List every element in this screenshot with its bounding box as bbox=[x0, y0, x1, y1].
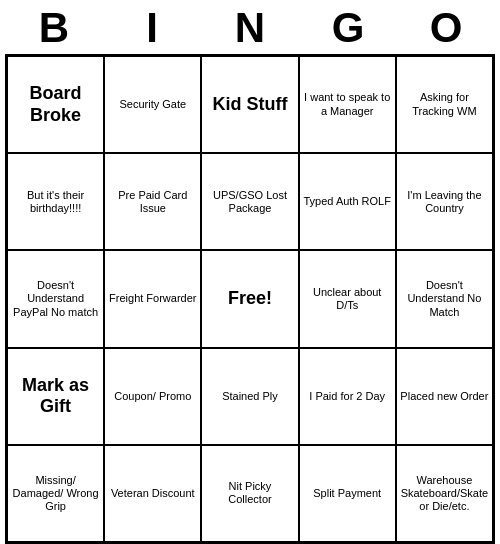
title-g: G bbox=[304, 4, 392, 52]
bingo-cell-19: Placed new Order bbox=[396, 348, 493, 445]
bingo-cell-18: I Paid for 2 Day bbox=[299, 348, 396, 445]
bingo-cell-22: Nit Picky Collector bbox=[201, 445, 298, 542]
bingo-title: B I N G O bbox=[5, 0, 495, 54]
bingo-cell-12: Free! bbox=[201, 250, 298, 347]
bingo-cell-24: Warehouse Skateboard/Skate or Die/etc. bbox=[396, 445, 493, 542]
bingo-cell-3: I want to speak to a Manager bbox=[299, 56, 396, 153]
title-i: I bbox=[108, 4, 196, 52]
bingo-cell-16: Coupon/ Promo bbox=[104, 348, 201, 445]
title-o: O bbox=[402, 4, 490, 52]
title-n: N bbox=[206, 4, 294, 52]
bingo-cell-10: Doesn't Understand PayPal No match bbox=[7, 250, 104, 347]
bingo-cell-5: But it's their birthday!!!! bbox=[7, 153, 104, 250]
bingo-cell-14: Doesn't Understand No Match bbox=[396, 250, 493, 347]
title-b: B bbox=[10, 4, 98, 52]
bingo-cell-2: Kid Stuff bbox=[201, 56, 298, 153]
bingo-cell-11: Freight Forwarder bbox=[104, 250, 201, 347]
bingo-cell-20: Missing/ Damaged/ Wrong Grip bbox=[7, 445, 104, 542]
bingo-cell-7: UPS/GSO Lost Package bbox=[201, 153, 298, 250]
bingo-cell-15: Mark as Gift bbox=[7, 348, 104, 445]
bingo-cell-13: Unclear about D/Ts bbox=[299, 250, 396, 347]
bingo-cell-4: Asking for Tracking WM bbox=[396, 56, 493, 153]
bingo-cell-9: I'm Leaving the Country bbox=[396, 153, 493, 250]
bingo-cell-23: Split Payment bbox=[299, 445, 396, 542]
bingo-cell-21: Veteran Discount bbox=[104, 445, 201, 542]
bingo-cell-17: Stained Ply bbox=[201, 348, 298, 445]
bingo-cell-0: Board Broke bbox=[7, 56, 104, 153]
bingo-cell-8: Typed Auth ROLF bbox=[299, 153, 396, 250]
bingo-cell-1: Security Gate bbox=[104, 56, 201, 153]
bingo-cell-6: Pre Paid Card Issue bbox=[104, 153, 201, 250]
bingo-grid: Board BrokeSecurity GateKid StuffI want … bbox=[5, 54, 495, 544]
